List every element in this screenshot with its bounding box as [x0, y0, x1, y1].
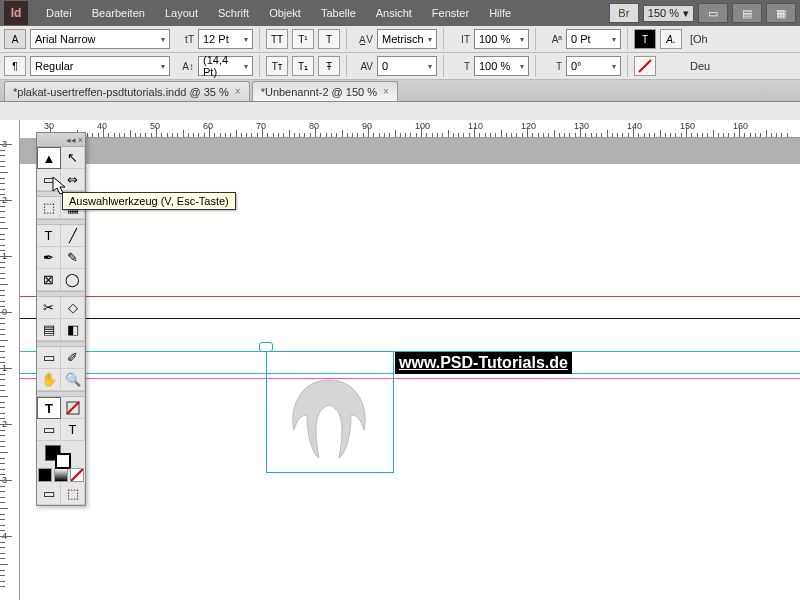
tools-panel[interactable]: ◂◂× ▲↖▭⇔⬚▦T╱✒✎⊠◯✂◇▤◧▭✐✋🔍T▭T ▭ ⬚ — [36, 132, 86, 506]
arrange-button[interactable]: ▦ — [766, 3, 796, 23]
horizontal-scale-dropdown[interactable]: 100 %▾ — [474, 56, 529, 76]
underline-button[interactable]: T — [318, 29, 340, 49]
strikethrough-button[interactable]: Ŧ — [318, 56, 340, 76]
apply-fill-text-button[interactable]: T — [37, 397, 61, 419]
url-text[interactable]: www.PSD-Tutorials.de — [395, 352, 572, 374]
leading-icon: A↕ — [174, 61, 194, 72]
char-mode-button[interactable]: A — [4, 29, 26, 49]
selected-image-frame[interactable] — [266, 351, 394, 473]
skew-icon: T — [542, 61, 562, 72]
view-mode-preview-button[interactable]: ⬚ — [61, 483, 85, 505]
tools-panel-header[interactable]: ◂◂× — [37, 133, 85, 147]
formatting-text-button[interactable]: T — [61, 419, 85, 441]
guide-margin-top[interactable] — [20, 296, 800, 297]
menubar: Id Datei Bearbeiten Layout Schrift Objek… — [0, 0, 800, 26]
collapse-icon[interactable]: ◂◂ — [66, 135, 76, 145]
view-mode-1-button[interactable]: ▭ — [698, 3, 728, 23]
baseline-shift-dropdown[interactable]: 0 Pt▾ — [566, 29, 621, 49]
app-icon: Id — [4, 1, 28, 25]
gap-tool[interactable]: ⇔ — [61, 169, 85, 191]
charstyle-label: [Oh — [690, 33, 708, 45]
baseline-icon: Aª — [542, 34, 562, 45]
apply-color-button[interactable] — [38, 468, 52, 482]
kerning-value: Metrisch — [382, 33, 424, 45]
vscale-value: 100 % — [479, 33, 510, 45]
note-tool[interactable]: ▭ — [37, 347, 61, 369]
tracking-dropdown[interactable]: 0▾ — [377, 56, 437, 76]
pen-tool[interactable]: ✒ — [37, 247, 61, 269]
apply-none-button[interactable] — [70, 468, 84, 482]
direct-selection-tool[interactable]: ↖ — [61, 147, 85, 169]
view-mode-2-button[interactable]: ▤ — [732, 3, 762, 23]
menu-datei[interactable]: Datei — [36, 7, 82, 19]
leading-dropdown[interactable]: (14,4 Pt)▾ — [198, 56, 253, 76]
selection-tool[interactable]: ▲ — [37, 147, 61, 169]
menu-ansicht[interactable]: Ansicht — [366, 7, 422, 19]
eyedropper-tool[interactable]: ✐ — [61, 347, 85, 369]
color-swatches[interactable] — [37, 441, 85, 467]
stroke-swatch[interactable] — [634, 56, 656, 76]
para-mode-button[interactable]: ¶ — [4, 56, 26, 76]
close-icon[interactable]: × — [383, 86, 389, 97]
guide-column[interactable] — [20, 378, 800, 379]
font-size-dropdown[interactable]: 12 Pt▾ — [198, 29, 253, 49]
hand-tool[interactable]: ✋ — [37, 369, 61, 391]
doc-tab-2[interactable]: *Unbenannt-2 @ 150 %× — [252, 81, 398, 101]
zoom-tool[interactable]: 🔍 — [61, 369, 85, 391]
font-family-dropdown[interactable]: Arial Narrow▾ — [30, 29, 170, 49]
placed-graphic — [279, 370, 379, 470]
free-transform-tool[interactable]: ◇ — [61, 297, 85, 319]
menu-hilfe[interactable]: Hilfe — [479, 7, 521, 19]
fill-swatch[interactable]: T — [634, 29, 656, 49]
gradient-feather-tool[interactable]: ◧ — [61, 319, 85, 341]
hscale-icon: T — [450, 61, 470, 72]
default-fill-stroke-button[interactable] — [61, 397, 85, 419]
close-icon[interactable]: × — [78, 135, 83, 145]
link-anchor-icon[interactable] — [259, 342, 273, 352]
doc-tab-2-label: *Unbenannt-2 @ 150 % — [261, 86, 377, 98]
menu-bearbeiten[interactable]: Bearbeiten — [82, 7, 155, 19]
svg-line-0 — [639, 60, 651, 72]
smallcaps-button[interactable]: Tт — [266, 56, 288, 76]
font-style-dropdown[interactable]: Regular▾ — [30, 56, 170, 76]
horizontal-ruler[interactable]: 30405060708090100110120130140150160 — [40, 120, 800, 138]
zoom-level[interactable]: 150 %▾ — [643, 5, 694, 22]
close-icon[interactable]: × — [235, 86, 241, 97]
gradient-swatch-tool[interactable]: ▤ — [37, 319, 61, 341]
menu-tabelle[interactable]: Tabelle — [311, 7, 366, 19]
allcaps-button[interactable]: TT — [266, 29, 288, 49]
baseline-value: 0 Pt — [571, 33, 591, 45]
formatting-container-button[interactable]: ▭ — [37, 419, 61, 441]
chevron-down-icon: ▾ — [520, 35, 524, 44]
menu-fenster[interactable]: Fenster — [422, 7, 479, 19]
menu-objekt[interactable]: Objekt — [259, 7, 311, 19]
apply-gradient-button[interactable] — [54, 468, 68, 482]
menu-layout[interactable]: Layout — [155, 7, 208, 19]
kerning-dropdown[interactable]: Metrisch▾ — [377, 29, 437, 49]
vertical-ruler[interactable]: 32101234 — [0, 120, 20, 600]
font-family-value: Arial Narrow — [35, 33, 96, 45]
page-tool[interactable]: ▭ — [37, 169, 61, 191]
type-tool[interactable]: T — [37, 225, 61, 247]
ellipse-tool[interactable]: ◯ — [61, 269, 85, 291]
chevron-down-icon: ▾ — [683, 7, 689, 20]
skew-dropdown[interactable]: 0°▾ — [566, 56, 621, 76]
line-tool[interactable]: ╱ — [61, 225, 85, 247]
stroke-color-swatch[interactable] — [55, 453, 71, 469]
view-mode-normal-button[interactable]: ▭ — [37, 483, 61, 505]
skew-value: 0° — [571, 60, 582, 72]
vertical-scale-dropdown[interactable]: 100 %▾ — [474, 29, 529, 49]
doc-tab-1[interactable]: *plakat-usertreffen-psdtutorials.indd @ … — [4, 81, 250, 101]
content-collector-tool[interactable]: ⬚ — [37, 197, 61, 219]
subscript-button[interactable]: T₁ — [292, 56, 314, 76]
menu-schrift[interactable]: Schrift — [208, 7, 259, 19]
text-frame[interactable]: www.PSD-Tutorials.de — [394, 351, 800, 373]
svg-line-3 — [71, 469, 83, 481]
char-style-button[interactable]: A. — [660, 29, 682, 49]
chevron-down-icon: ▾ — [612, 35, 616, 44]
pencil-tool[interactable]: ✎ — [61, 247, 85, 269]
scissors-tool[interactable]: ✂ — [37, 297, 61, 319]
rectangle-frame-tool[interactable]: ⊠ — [37, 269, 61, 291]
superscript-button[interactable]: T¹ — [292, 29, 314, 49]
bridge-button[interactable]: Br — [609, 3, 639, 23]
